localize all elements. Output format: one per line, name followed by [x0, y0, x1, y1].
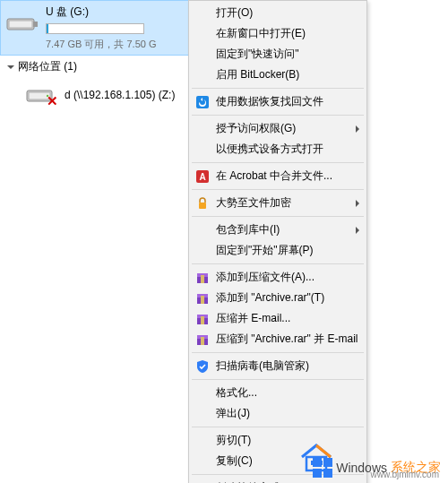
menu-separator	[192, 263, 364, 264]
windows-logo-icon	[313, 458, 332, 478]
network-section-title: 网络位置 (1)	[18, 59, 77, 74]
svg-rect-9	[199, 203, 206, 209]
svg-rect-25	[313, 458, 322, 467]
winrar-icon	[195, 312, 210, 326]
menu-open[interactable]: 打开(O)	[191, 3, 365, 23]
svg-text:A: A	[199, 172, 205, 182]
drive-capacity-text: 7.47 GB 可用，共 7.50 G	[46, 38, 157, 51]
menu-separator	[192, 427, 364, 427]
shield-icon	[195, 359, 210, 374]
menu-acrobat-merge[interactable]: A 在 Acrobat 中合并文件...	[191, 166, 365, 186]
svg-rect-2	[33, 22, 38, 27]
menu-compress-email[interactable]: 压缩并 E-mail...	[191, 308, 365, 329]
menu-separator	[192, 115, 364, 116]
menu-add-archive[interactable]: 添加到压缩文件(A)...	[191, 267, 365, 288]
recovery-icon	[195, 95, 210, 109]
svg-rect-28	[323, 469, 332, 478]
submenu-arrow-icon	[356, 227, 359, 234]
menu-create-shortcut[interactable]: 创建快捷方式(S)	[191, 478, 365, 483]
menu-separator	[192, 216, 364, 217]
winrar-icon	[195, 291, 210, 306]
lock-icon	[195, 196, 210, 211]
svg-rect-21	[201, 337, 204, 345]
menu-separator	[192, 189, 364, 190]
network-drive-icon: ✕	[25, 83, 57, 107]
submenu-arrow-icon	[356, 200, 359, 207]
disconnected-x-icon: ✕	[46, 94, 59, 108]
menu-separator	[192, 379, 364, 380]
capacity-bar	[46, 23, 144, 34]
usb-drive-icon	[6, 13, 39, 33]
menu-include-library[interactable]: 包含到库中(I)	[191, 220, 365, 240]
menu-data-recovery[interactable]: 使用数据恢复找回文件	[191, 91, 365, 112]
menu-bitlocker[interactable]: 启用 BitLocker(B)	[191, 65, 365, 85]
drive-name: U 盘 (G:)	[46, 4, 157, 20]
winrar-icon	[195, 271, 210, 285]
menu-pin-quick-access[interactable]: 固定到"快速访问"	[191, 44, 365, 65]
network-drive-item[interactable]: ✕ d (\\192.168.1.105) (Z:)	[0, 78, 206, 112]
menu-pin-start[interactable]: 固定到"开始"屏幕(P)	[191, 240, 365, 261]
svg-rect-18	[201, 316, 204, 324]
drive-item[interactable]: U 盘 (G:) 7.47 GB 可用，共 7.50 G	[0, 0, 206, 56]
menu-format[interactable]: 格式化...	[191, 383, 365, 403]
svg-rect-15	[201, 296, 204, 304]
svg-rect-12	[201, 275, 204, 283]
menu-separator	[192, 88, 364, 89]
menu-grant-access[interactable]: 授予访问权限(G)	[191, 118, 365, 139]
chevron-down-icon	[7, 65, 14, 69]
submenu-arrow-icon	[356, 125, 359, 133]
svg-rect-26	[323, 458, 332, 467]
menu-cut[interactable]: 剪切(T)	[191, 430, 365, 451]
menu-scan-virus[interactable]: 扫描病毒(电脑管家)	[191, 356, 365, 376]
menu-separator	[192, 162, 364, 163]
watermark-url: www.bjmlmv.com	[371, 470, 439, 479]
svg-rect-1	[9, 21, 32, 28]
winrar-icon	[195, 332, 210, 347]
menu-add-archive-rar[interactable]: 添加到 "Archive.rar"(T)	[191, 288, 365, 308]
acrobat-icon: A	[195, 169, 210, 184]
menu-encrypt[interactable]: 大勢至文件加密	[191, 193, 365, 213]
menu-compress-rar-email[interactable]: 压缩到 "Archive.rar" 并 E-mail	[191, 329, 365, 349]
menu-open-portable[interactable]: 以便携式设备方式打开	[191, 139, 365, 160]
menu-open-new-window[interactable]: 在新窗口中打开(E)	[191, 23, 365, 44]
context-menu: 打开(O) 在新窗口中打开(E) 固定到"快速访问" 启用 BitLocker(…	[188, 0, 367, 483]
svg-rect-27	[313, 469, 322, 478]
menu-separator	[192, 352, 364, 353]
menu-eject[interactable]: 弹出(J)	[191, 403, 365, 424]
network-section-header[interactable]: 网络位置 (1)	[0, 56, 206, 78]
network-drive-label: d (\\192.168.1.105) (Z:)	[65, 89, 175, 101]
